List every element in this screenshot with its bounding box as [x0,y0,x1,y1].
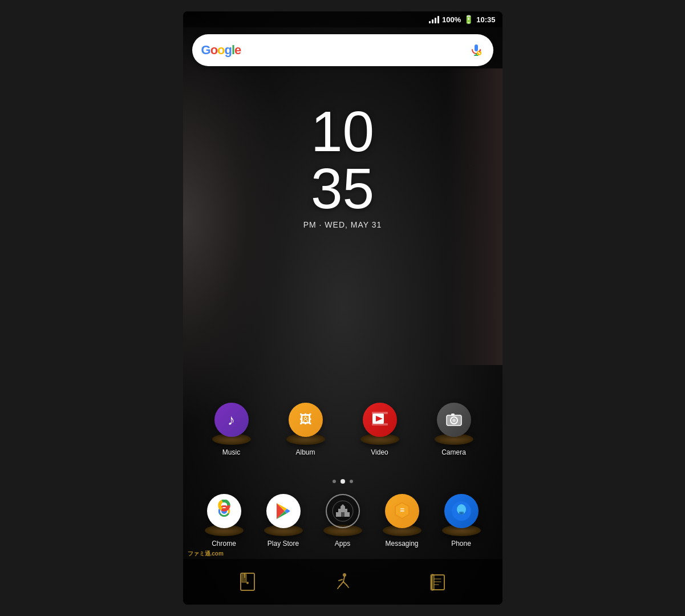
search-bar[interactable]: Google [192,34,493,66]
messaging-icon: ≡ [385,494,419,528]
battery-percentage: 100% [442,15,461,24]
playstore-label: Play Store [267,540,299,548]
bottom-dock [183,559,502,605]
dock-scroll[interactable] [426,570,449,593]
messaging-label: Messaging [385,540,418,548]
music-icon: ♪ [214,403,249,437]
app-playstore[interactable]: Play Store [258,491,309,548]
chrome-icon [207,494,241,528]
page-dots [183,479,502,484]
clock-status: 10:35 [476,15,495,24]
clock-date: PM · WED, MAY 31 [183,220,502,229]
page-dot-3 [350,480,353,483]
svg-point-10 [452,419,456,422]
phone-icon [444,494,479,528]
camera-label: Camera [441,448,466,456]
svg-rect-31 [244,573,245,578]
app-camera[interactable]: Camera [428,399,480,456]
phone-label: Phone [451,540,471,548]
google-logo: Google [201,43,241,58]
status-bar: 100% 🔋 10:35 [183,11,502,27]
clock-hours: 10 [183,103,502,160]
app-video[interactable]: Video [354,399,406,456]
chrome-label: Chrome [212,540,236,548]
svg-point-30 [246,582,249,584]
album-icon: 🖼 [289,403,323,437]
clock-widget: 10 35 PM · WED, MAY 31 [183,103,502,229]
app-messaging[interactable]: ≡ Messaging [376,491,428,548]
svg-point-26 [458,505,465,509]
page-dot-2 [341,479,345,484]
svg-rect-5 [372,412,388,414]
dock-door[interactable] [236,570,259,593]
app-row-1: ♪ Music 🖼 Album [183,399,502,456]
album-label: Album [295,448,315,456]
apps-icon [326,494,360,528]
mic-icon[interactable] [468,42,484,58]
svg-rect-0 [475,44,478,51]
svg-rect-27 [460,513,463,514]
camera-icon [437,403,471,437]
watermark: ファミ通.com [188,550,224,558]
dock-runner[interactable] [331,570,354,593]
music-label: Music [222,448,240,456]
video-label: Video [371,448,388,456]
app-row-2: Chrome Play Store [183,491,502,548]
app-phone[interactable]: Phone [436,491,487,548]
svg-text:≡: ≡ [399,505,404,514]
video-icon [363,403,397,437]
svg-rect-11 [451,414,455,416]
signal-icon [429,15,439,23]
page-dot-1 [333,480,336,483]
app-album[interactable]: 🖼 Album [280,399,331,456]
svg-rect-6 [372,423,388,425]
apps-label: Apps [335,540,350,548]
playstore-icon [266,494,301,528]
svg-rect-20 [341,512,344,517]
app-music[interactable]: ♪ Music [206,399,257,456]
battery-icon: 🔋 [464,15,473,24]
app-chrome[interactable]: Chrome [198,491,250,548]
app-apps[interactable]: Apps [317,491,368,548]
clock-minutes: 35 [183,160,502,217]
